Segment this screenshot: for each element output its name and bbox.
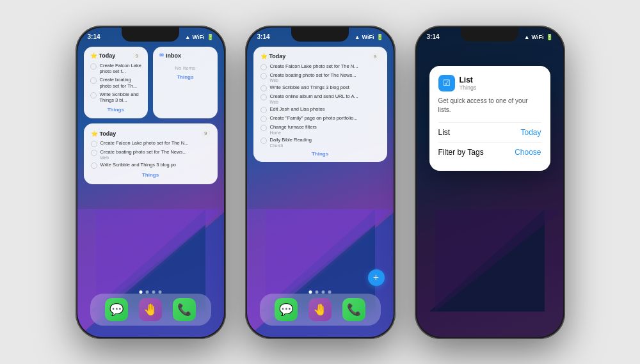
widget-footer-2: Things <box>159 74 211 80</box>
list-widget-desc: Get quick access to one of your lists. <box>438 97 541 115</box>
list-row-1-value[interactable]: Today <box>520 128 541 137</box>
today-title: Today <box>99 52 116 59</box>
today-title-2: Today <box>100 131 116 137</box>
today-count-2: 9 <box>201 130 210 137</box>
status-time: 3:14 <box>88 33 100 40</box>
widget-bottom-item-1: Create Falcon Lake photo set for The N..… <box>91 140 211 147</box>
page-dots <box>140 290 162 294</box>
widget-item-1: Create Falcon Lake photo set f... <box>90 63 142 75</box>
phone2-screen: 3:14 ▲ WiFi 🔋 ⭐ Today 9 <box>247 28 394 337</box>
list-row-2-label: Filter by Tags <box>438 148 484 157</box>
phone-1: 3:14 ▲ WiFi 🔋 ⭐ Today <box>76 26 226 339</box>
dock-2: 💬 🤚 📞 <box>260 294 381 326</box>
phone-icon[interactable]: 📞 <box>173 298 196 321</box>
clips-icon-2[interactable]: 🤚 <box>308 298 332 321</box>
widget-item-2: Create boating photo set for Th... <box>90 77 142 90</box>
messages-icon[interactable]: 💬 <box>105 298 128 321</box>
dock: 💬 🤚 📞 <box>90 294 211 326</box>
inbox-title: Inbox <box>166 52 181 59</box>
today-widget-full[interactable]: ⭐ Today 9 Create Falcon Lake photo set f… <box>84 123 218 184</box>
widget-footer-3: Things <box>91 172 211 178</box>
inbox-widget-small[interactable]: ✉ Inbox No Items Things <box>153 47 218 119</box>
today-count: 9 <box>132 52 141 59</box>
phone3-screen: 3:14 ▲ WiFi 🔋 ☑ List Things Get quick ac… <box>417 28 563 337</box>
widget-bottom-item-2: Create boating photo set for The News...… <box>91 149 211 160</box>
list-row-2-value[interactable]: Choose <box>515 148 541 157</box>
page-dots-2 <box>309 290 332 294</box>
list-widget-icon: ☑ <box>438 75 455 91</box>
p2-today-count: 9 <box>371 53 380 60</box>
clips-icon[interactable]: 🤚 <box>139 298 162 321</box>
notch-3 <box>461 28 518 42</box>
status-icons-2: ▲ WiFi 🔋 <box>355 34 383 40</box>
messages-icon-2[interactable]: 💬 <box>275 298 298 321</box>
list-widget-title: List <box>460 75 477 84</box>
notch <box>122 28 179 42</box>
status-icons-3: ▲ WiFi 🔋 <box>524 34 553 40</box>
list-widget-overlay[interactable]: ☑ List Things Get quick access to one of… <box>429 66 550 171</box>
no-items: No Items <box>159 65 211 71</box>
phone2-widgets: ⭐ Today 9 Create Falcon Lake photo set f… <box>253 47 387 167</box>
list-row-2[interactable]: Filter by Tags Choose <box>438 142 541 162</box>
widget-footer-1: Things <box>90 107 142 113</box>
widget-bottom-item-3: Write Scribble and Things 3 blog po <box>91 162 211 169</box>
top-widget-row: ⭐ Today 9 Create Falcon Lake photo set f… <box>84 47 218 119</box>
notch-2 <box>291 28 349 42</box>
phone1-screen: 3:14 ▲ WiFi 🔋 ⭐ Today <box>77 28 224 337</box>
status-icons: ▲ WiFi 🔋 <box>185 34 214 40</box>
list-row-1-label: List <box>438 128 451 137</box>
widgets-area: ⭐ Today 9 Create Falcon Lake photo set f… <box>84 47 218 189</box>
list-widget-subtitle: Things <box>460 84 477 91</box>
today-widget-large[interactable]: ⭐ Today 9 Create Falcon Lake photo set f… <box>253 47 387 162</box>
phone-icon-2[interactable]: 📞 <box>342 298 365 321</box>
status-time-2: 3:14 <box>257 33 270 40</box>
today-widget-small[interactable]: ⭐ Today 9 Create Falcon Lake photo set f… <box>84 47 148 119</box>
list-row-1[interactable]: List Today <box>438 122 541 142</box>
phone-2: 3:14 ▲ WiFi 🔋 ⭐ Today 9 <box>245 26 396 339</box>
status-time-3: 3:14 <box>427 33 440 40</box>
list-widget-header: ☑ List Things <box>438 75 541 91</box>
p2-today-title: Today <box>269 53 286 59</box>
phone-3: 3:14 ▲ WiFi 🔋 ☑ List Things Get quick ac… <box>415 26 565 339</box>
fab-button[interactable]: + <box>368 269 385 286</box>
p2-widget-footer: Things <box>260 151 380 157</box>
widget-item-3: Write Scribble and Things 3 bl... <box>90 91 142 104</box>
